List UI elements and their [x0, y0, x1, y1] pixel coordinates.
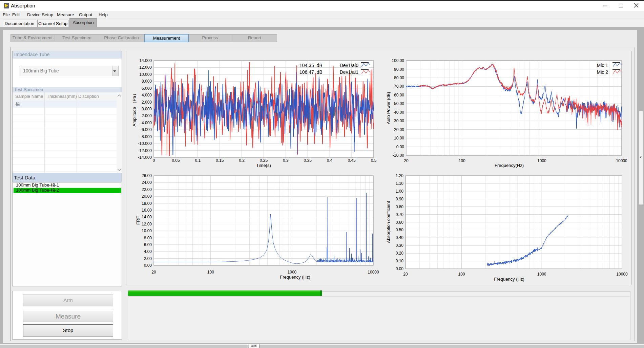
svg-text:0.30: 0.30	[396, 243, 404, 248]
svg-text:10000: 10000	[616, 272, 628, 277]
svg-text:24.00: 24.00	[142, 180, 152, 185]
svg-text:100.00: 100.00	[392, 58, 404, 63]
svg-text:1000: 1000	[537, 272, 546, 277]
svg-text:10000: 10000	[616, 158, 627, 163]
svg-text:100: 100	[207, 270, 214, 275]
svg-text:-10.00: -10.00	[393, 153, 404, 158]
svg-text:0.00: 0.00	[396, 266, 404, 271]
svg-text:Frequency (Hz): Frequency (Hz)	[280, 275, 310, 280]
svg-text:1.00: 1.00	[396, 189, 404, 194]
svg-text:8.00: 8.00	[144, 236, 152, 240]
svg-text:-10.000: -10.000	[138, 141, 152, 146]
svg-text:30.00: 30.00	[394, 118, 404, 123]
svg-text:8.000: 8.000	[142, 79, 152, 84]
svg-text:2.00: 2.00	[144, 256, 152, 261]
svg-text:20: 20	[404, 158, 409, 163]
svg-text:60.00: 60.00	[394, 93, 404, 97]
svg-text:1000: 1000	[537, 158, 546, 163]
svg-text:12.00: 12.00	[142, 222, 152, 226]
svg-text:1000: 1000	[288, 270, 297, 275]
svg-text:10.00: 10.00	[142, 229, 152, 233]
svg-text:1.10: 1.10	[396, 181, 404, 186]
svg-text:0.20: 0.20	[396, 251, 404, 256]
svg-text:Mic 1: Mic 1	[597, 63, 608, 68]
svg-text:-8.000: -8.000	[140, 134, 152, 139]
svg-text:80.00: 80.00	[394, 75, 404, 80]
svg-text:10.000: 10.000	[139, 72, 152, 77]
svg-text:0.10: 0.10	[396, 259, 404, 263]
svg-text:Frequency (Hz): Frequency (Hz)	[494, 277, 524, 282]
svg-text:0.25: 0.25	[260, 158, 268, 163]
svg-text:-14.000: -14.000	[138, 155, 152, 160]
svg-text:-2.000: -2.000	[140, 113, 152, 118]
svg-text:Time(s): Time(s)	[256, 163, 271, 168]
svg-text:20.00: 20.00	[394, 127, 404, 132]
svg-text:0.5: 0.5	[371, 158, 377, 163]
svg-text:6.000: 6.000	[142, 86, 152, 91]
svg-text:106.47 dB: 106.47 dB	[299, 69, 323, 75]
svg-text:Auto Power (dB): Auto Power (dB)	[386, 92, 391, 124]
svg-text:14.000: 14.000	[139, 58, 152, 63]
svg-text:-6.000: -6.000	[140, 127, 152, 132]
svg-text:0.70: 0.70	[396, 212, 404, 217]
svg-text:-4.000: -4.000	[140, 121, 152, 125]
svg-text:0.4: 0.4	[327, 158, 333, 163]
svg-text:12.000: 12.000	[139, 65, 152, 70]
svg-text:-12.000: -12.000	[138, 148, 152, 153]
svg-text:70.00: 70.00	[394, 84, 404, 89]
svg-text:104.35 dB: 104.35 dB	[299, 63, 323, 68]
svg-text:0.00: 0.00	[396, 145, 404, 149]
svg-text:0.50: 0.50	[396, 227, 404, 232]
svg-text:100: 100	[458, 272, 465, 277]
svg-text:0: 0	[153, 158, 155, 163]
svg-text:0.00: 0.00	[144, 263, 152, 268]
svg-text:Dev1/ai1: Dev1/ai1	[340, 69, 358, 75]
svg-text:40.00: 40.00	[394, 110, 404, 115]
svg-text:Dev1/ai0: Dev1/ai0	[340, 63, 358, 68]
svg-text:10.00: 10.00	[394, 136, 404, 140]
svg-text:4.000: 4.000	[142, 93, 152, 97]
svg-text:Absorption coefficient: Absorption coefficient	[386, 201, 391, 243]
svg-text:22.00: 22.00	[142, 187, 152, 192]
svg-text:0.45: 0.45	[348, 158, 356, 163]
svg-text:20: 20	[151, 270, 156, 275]
svg-text:0.35: 0.35	[304, 158, 312, 163]
svg-text:0.2: 0.2	[239, 158, 245, 163]
svg-text:0.60: 0.60	[396, 220, 404, 225]
svg-text:0.1: 0.1	[195, 158, 201, 163]
svg-text:FRF: FRF	[136, 216, 141, 224]
svg-text:26.00: 26.00	[142, 173, 152, 178]
svg-text:18.00: 18.00	[142, 201, 152, 206]
svg-text:Frequency(Hz): Frequency(Hz)	[495, 163, 524, 168]
svg-text:10000: 10000	[368, 270, 379, 275]
svg-text:6.00: 6.00	[144, 242, 152, 247]
svg-text:20: 20	[403, 272, 408, 277]
svg-text:0.90: 0.90	[396, 197, 404, 201]
svg-text:Mic 2: Mic 2	[597, 69, 608, 75]
svg-text:50.00: 50.00	[394, 101, 404, 106]
svg-text:0.80: 0.80	[396, 204, 404, 209]
svg-text:Amplitude （Pa）: Amplitude （Pa）	[132, 91, 137, 126]
svg-text:1.20: 1.20	[396, 173, 404, 178]
svg-text:14.00: 14.00	[142, 215, 152, 219]
svg-text:2.000: 2.000	[142, 100, 152, 105]
svg-text:0.000: 0.000	[142, 107, 152, 111]
svg-text:0.40: 0.40	[396, 235, 404, 240]
svg-text:0.15: 0.15	[216, 158, 224, 163]
svg-text:0.05: 0.05	[172, 158, 180, 163]
svg-text:20.00: 20.00	[142, 194, 152, 199]
svg-text:0.3: 0.3	[283, 158, 289, 163]
svg-text:100: 100	[459, 158, 465, 163]
svg-text:4.00: 4.00	[144, 249, 152, 254]
svg-text:90.00: 90.00	[394, 67, 404, 72]
svg-text:16.00: 16.00	[142, 208, 152, 213]
